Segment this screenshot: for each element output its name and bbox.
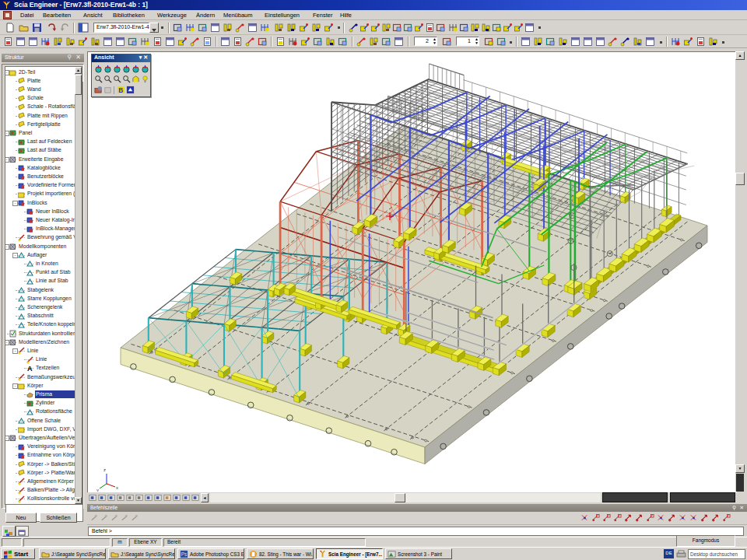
svg-text:y: y xyxy=(96,488,99,492)
svg-text:Ps: Ps xyxy=(181,551,187,557)
svg-text:A: A xyxy=(27,365,33,373)
svg-text:B: B xyxy=(118,87,123,94)
svg-text:x: x xyxy=(116,485,118,490)
svg-text:z: z xyxy=(103,467,106,472)
